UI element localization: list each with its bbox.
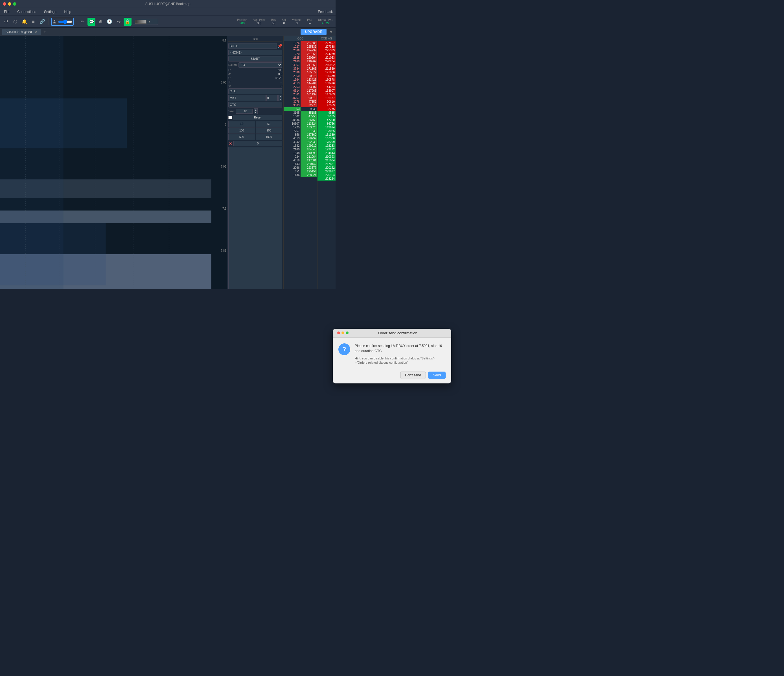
cobag-row: 153426 — [317, 82, 336, 85]
gtc2-select[interactable]: GTC — [228, 102, 282, 107]
clock-icon[interactable]: ⏱ — [2, 18, 10, 26]
cob-cell-left: 1026 — [284, 41, 300, 45]
upgrade-button[interactable]: UPGRADE — [300, 29, 327, 35]
clock2-icon[interactable]: 🕐 — [106, 18, 114, 26]
menu-connections[interactable]: Connections — [16, 9, 37, 14]
quick-size-1000[interactable]: 1000 — [256, 134, 283, 140]
cob-cell-right: 144284 — [300, 82, 317, 85]
cobag-cell: 211569 — [317, 67, 336, 70]
cob-cell-right: 211064 — [300, 155, 317, 159]
gradient-swatch — [135, 20, 146, 24]
mkt-value-input[interactable] — [266, 95, 278, 101]
round-label: Round: — [228, 64, 237, 67]
cobag-cell: 178299 — [317, 140, 336, 144]
feedback-link[interactable]: Feedback — [318, 10, 333, 14]
cob-cell-right: 101137 — [300, 93, 317, 96]
cobag-row: 223677 — [317, 169, 336, 173]
cobag-row: 228224 — [317, 177, 336, 180]
cob-row: 6314117963 — [284, 89, 317, 93]
cancel-0-row: ✕ 0 — [228, 141, 282, 146]
arrow-icon[interactable]: ⇔ — [115, 18, 123, 26]
menubar: File Connections Settings Help Feedback — [0, 8, 336, 16]
chat-icon[interactable]: 💬 — [87, 18, 95, 26]
color-picker[interactable]: ▼ — [133, 19, 158, 25]
share-icon[interactable]: ⬡ — [11, 18, 19, 26]
lock-icon[interactable]: 🔒 — [124, 18, 132, 26]
buy-value: 50 — [272, 22, 275, 25]
size-input[interactable] — [236, 109, 253, 114]
expand-icon[interactable]: ▼ — [329, 30, 333, 34]
cob-row: 34367211569 — [284, 63, 317, 67]
cob-row: 9639535 — [284, 107, 317, 111]
link-icon[interactable]: 🔗 — [38, 18, 46, 26]
alert-icon[interactable]: 🔔 — [20, 18, 28, 26]
chart-heatmap — [0, 36, 212, 289]
cob-cell-left: 2360 — [284, 74, 300, 78]
maximize-button[interactable] — [13, 2, 16, 6]
size-down-btn[interactable]: ▼ — [254, 111, 258, 114]
round-select[interactable]: TO — [238, 62, 282, 68]
cancel-all-button[interactable]: CANCEL ALL — [228, 147, 282, 289]
cob-row: 1026227388 — [284, 41, 317, 45]
person-icon — [52, 19, 57, 24]
unreal-pnl-value: 48.22 — [322, 22, 330, 25]
chart-area[interactable]: 8.1 8.05 8 7.95 7.9 7.85 7.8 7.75 7.7 7.… — [0, 36, 227, 289]
cob-cell-right: 35185 — [300, 111, 317, 115]
size-up-btn[interactable]: ▲ — [254, 108, 258, 111]
volume-col: Volume 0 — [292, 18, 302, 25]
quick-size-10[interactable]: 10 — [228, 121, 255, 127]
cobag-row: 217681 — [317, 162, 336, 166]
pencil-icon[interactable]: ✏ — [78, 18, 86, 26]
add-tab-button[interactable]: + — [42, 29, 48, 35]
cobag-cell: 117963 — [317, 93, 336, 96]
cob-cell-right: 178299 — [300, 137, 317, 140]
menu-help[interactable]: Help — [63, 9, 72, 14]
menu-settings[interactable]: Settings — [43, 9, 57, 14]
cob-cell-right: 227388 — [300, 41, 317, 45]
close-button[interactable] — [3, 2, 6, 6]
both-select[interactable]: BOTH — [228, 43, 277, 49]
pin-icon[interactable]: 📌 — [277, 44, 282, 48]
cob-cell-right: 210393 — [300, 151, 317, 155]
mkt-down-btn[interactable]: ▼ — [278, 98, 282, 101]
cobag-cell: 224239 — [317, 52, 336, 56]
active-tab[interactable]: SUSHIUSDT@BNF ✕ — [2, 29, 41, 35]
start-button[interactable]: START — [228, 56, 282, 62]
mkt-up-btn[interactable]: ▲ — [278, 95, 282, 98]
menu-file[interactable]: File — [3, 9, 11, 14]
none-select[interactable]: <NONE> — [228, 50, 282, 55]
separator-1 — [48, 18, 49, 25]
gtc1-select[interactable]: GTC — [228, 88, 282, 94]
reset-button[interactable]: Reset — [233, 115, 282, 120]
unreal-pnl-label: Unreal. P&L — [318, 18, 333, 22]
cobag-cell: 165379 — [317, 74, 336, 78]
volume-value: 0 — [296, 22, 297, 25]
list-icon[interactable]: ≡ — [30, 18, 37, 26]
cob-cell-left: 1964 — [284, 78, 300, 82]
cobag-cell: 113624 — [317, 126, 336, 129]
cob-cell-left: 34367 — [284, 63, 300, 67]
main-content: 8.1 8.05 8 7.95 7.9 7.85 7.8 7.75 7.7 7.… — [0, 36, 336, 289]
quick-size-100[interactable]: 100 — [228, 127, 255, 134]
tab-close-icon[interactable]: ✕ — [35, 30, 37, 34]
cob-cell-right: 225339 — [300, 45, 317, 48]
cob-cell-left: 3083 — [284, 104, 300, 107]
position-label: Position — [237, 18, 247, 22]
cob-row: 856167360 — [284, 133, 317, 137]
cob-cell-left: 1725 — [284, 126, 300, 129]
heatmap-slider[interactable] — [58, 19, 72, 24]
cob-row: 2066223677 — [284, 166, 317, 169]
cobag-cell: 47559 — [317, 104, 336, 107]
cob-row: 3784171866 — [284, 67, 317, 70]
u-row: U: 48.22 — [228, 76, 282, 79]
mkt-select[interactable]: MKT — [228, 95, 266, 101]
quick-size-500[interactable]: 500 — [228, 134, 255, 140]
size-checkbox[interactable] — [228, 116, 232, 119]
cancel-0-x-icon[interactable]: ✕ — [228, 141, 233, 146]
cob-row: 2086165379 — [284, 70, 317, 74]
cob-cell-right: 90610 — [300, 96, 317, 100]
quick-size-50[interactable]: 50 — [256, 121, 283, 127]
plus-circle-icon[interactable]: ⊕ — [96, 18, 104, 26]
quick-size-200[interactable]: 200 — [256, 127, 283, 134]
minimize-button[interactable] — [8, 2, 11, 6]
